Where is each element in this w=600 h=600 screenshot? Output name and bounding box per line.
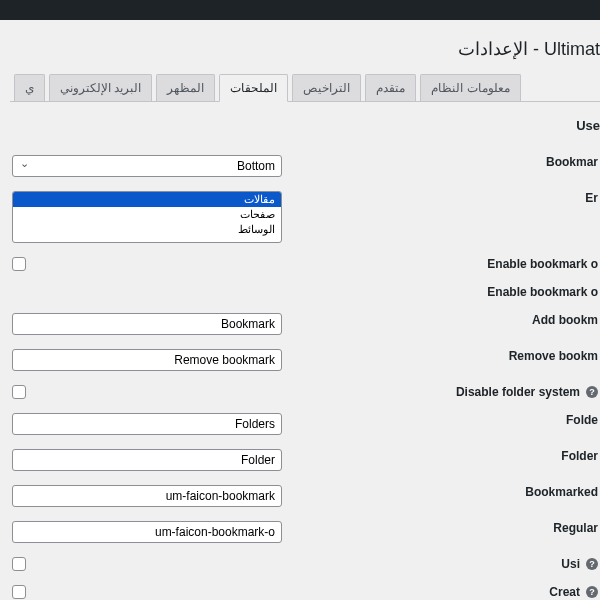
field-label: Bookmarked: [525, 485, 598, 499]
bookmark-position-select[interactable]: Bottom: [12, 155, 282, 177]
folders-input[interactable]: [12, 413, 282, 435]
help-icon[interactable]: ?: [586, 558, 598, 570]
tab-item-active[interactable]: الملحقات: [219, 74, 288, 102]
settings-tabs: ي البريد الإلكتروني المظهر الملحقات التر…: [10, 74, 600, 102]
enable-bookmark-checkbox[interactable]: [12, 257, 26, 271]
help-icon[interactable]: ?: [586, 586, 598, 598]
section-title: Use: [10, 118, 600, 133]
bookmarked-icon-input[interactable]: [12, 485, 282, 507]
folder-input[interactable]: [12, 449, 282, 471]
field-label: Creat: [549, 585, 580, 599]
tab-item[interactable]: المظهر: [156, 74, 215, 101]
tab-item[interactable]: البريد الإلكتروني: [49, 74, 152, 101]
help-icon[interactable]: ?: [586, 386, 598, 398]
field-label: Remove bookm: [509, 349, 598, 363]
tab-item[interactable]: متقدم: [365, 74, 416, 101]
enable-for-multiselect[interactable]: مقالات صفحات الوسائط: [12, 191, 282, 243]
settings-form: Bookmar Bottom Er مقالات صفحات الوسائط E…: [10, 147, 600, 600]
field-label: Disable folder system: [456, 385, 580, 399]
using-checkbox[interactable]: [12, 557, 26, 571]
add-bookmark-input[interactable]: [12, 313, 282, 335]
field-label: Regular: [553, 521, 598, 535]
field-label: Folder: [561, 449, 598, 463]
field-label: Folde: [566, 413, 598, 427]
field-label: Add bookm: [532, 313, 598, 327]
field-label: Er: [585, 191, 598, 205]
field-label: Usi: [561, 557, 580, 571]
field-label: Enable bookmark o: [487, 285, 598, 299]
field-label: Enable bookmark o: [487, 257, 598, 271]
admin-bar: [0, 0, 600, 20]
tab-item[interactable]: التراخيص: [292, 74, 361, 101]
disable-folder-checkbox[interactable]: [12, 385, 26, 399]
tab-item[interactable]: معلومات النظام: [420, 74, 520, 101]
regular-icon-input[interactable]: [12, 521, 282, 543]
page-title: Ultimat - الإعدادات: [10, 38, 600, 60]
create-checkbox[interactable]: [12, 585, 26, 599]
remove-bookmark-input[interactable]: [12, 349, 282, 371]
field-label: Bookmar: [546, 155, 598, 169]
tab-item[interactable]: ي: [14, 74, 45, 101]
